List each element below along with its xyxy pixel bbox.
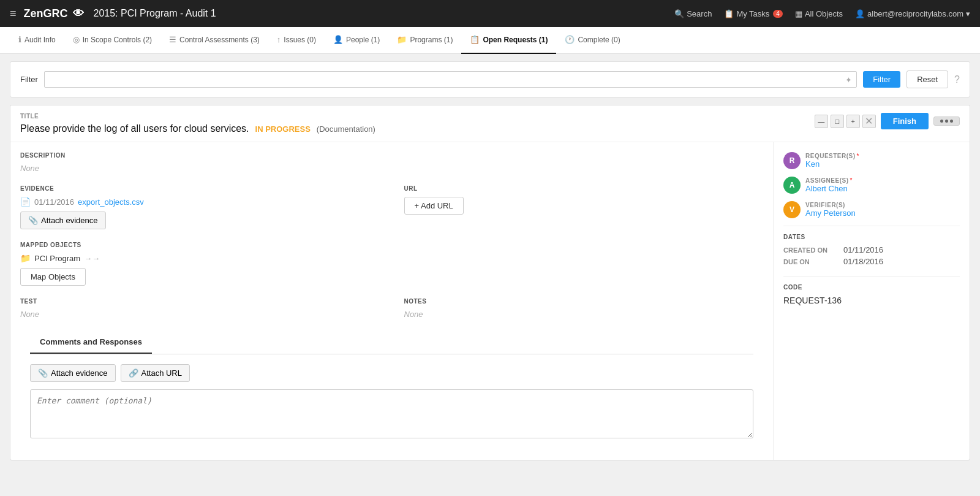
created-on-value: 01/11/2016 [843,245,883,254]
assignee-value[interactable]: Albert Chen [805,184,852,193]
notes-section: NOTES None [404,298,764,319]
programs-icon: 📁 [397,35,407,44]
assignee-avatar: A [783,177,801,194]
hamburger-icon[interactable]: ≡ [10,7,17,20]
tab-programs-label: Programs (1) [410,36,453,44]
tab-people-label: People (1) [346,36,380,44]
evidence-label: EVIDENCE [20,185,380,192]
card-body: DESCRIPTION None EVIDENCE 📄 01/11/2016 e… [10,142,970,460]
requester-row: R REQUESTER(S) * Ken [783,152,960,169]
tab-in-scope-controls[interactable]: ◎ In Scope Controls (2) [64,27,160,54]
chevron-down-icon: ▾ [966,9,970,18]
tab-control-assessments[interactable]: ☰ Control Assessments (3) [160,27,268,54]
comment-attach-url-button[interactable]: 🔗 Attach URL [121,364,190,382]
my-tasks-nav-item[interactable]: 📋 My Tasks 4 [724,9,783,18]
user-email: albert@reciprocitylabs.com [867,9,963,18]
complete-icon: 🕐 [565,35,575,44]
verifier-row: V VERIFIER(S) Amy Peterson [783,201,960,218]
close-button[interactable]: ✕ [862,115,876,128]
tabs-bar: ℹ Audit Info ◎ In Scope Controls (2) ☰ C… [0,27,980,54]
comment-input[interactable] [30,389,753,438]
dates-label: DATES [783,234,960,240]
tab-issues[interactable]: ↑ Issues (0) [268,27,325,54]
comment-paperclip-icon: 📎 [38,368,48,378]
more-options-button[interactable] [933,116,960,126]
doc-type: (Documentation) [317,124,375,134]
dot1 [940,120,943,123]
verifier-value[interactable]: Amy Peterson [805,208,856,218]
filter-input-wrap: ✦ [44,71,857,88]
filter-button[interactable]: Filter [863,71,900,88]
code-section: CODE REQUEST-136 [783,284,960,305]
comments-tab[interactable]: Comments and Responses [30,331,152,354]
file-link[interactable]: export_objects.csv [78,197,144,207]
due-on-value: 01/18/2016 [843,257,883,266]
tab-programs[interactable]: 📁 Programs (1) [388,27,461,54]
title-label: TITLE [20,113,815,120]
top-nav-right: 🔍 Search 📋 My Tasks 4 ▦ All Objects 👤 al… [674,9,970,18]
tab-in-scope-controls-label: In Scope Controls (2) [83,36,152,44]
brand-name: ZenGRC [24,7,68,20]
filter-help-icon[interactable]: ? [954,74,960,85]
reset-button[interactable]: Reset [907,71,948,88]
map-objects-button[interactable]: Map Objects [20,268,86,286]
requester-value[interactable]: Ken [805,159,859,169]
minimize-button[interactable]: — [815,115,828,128]
add-url-button[interactable]: + Add URL [404,197,464,215]
comment-attach-evidence-label: Attach evidence [51,368,108,378]
all-objects-nav-item[interactable]: ▦ All Objects [795,9,843,18]
tab-audit-info[interactable]: ℹ Audit Info [10,27,64,54]
comment-attach-url-label: Attach URL [141,368,182,378]
code-label: CODE [783,284,960,291]
page-title: 2015: PCI Program - Audit 1 [94,8,216,19]
filter-label: Filter [20,75,38,84]
file-icon: 📄 [20,197,31,207]
restore-button[interactable]: □ [831,115,844,128]
evidence-item: 📄 01/11/2016 export_objects.csv [20,197,380,207]
sidebar-divider-1 [783,226,960,226]
created-on-row: CREATED ON 01/11/2016 [783,245,960,254]
eye-icon: 👁 [73,7,84,20]
search-nav-item[interactable]: 🔍 Search [674,9,712,18]
dot2 [945,120,948,123]
filter-input[interactable] [44,71,857,88]
mapped-objects-label: MAPPED OBJECTS [20,242,763,248]
search-icon: 🔍 [674,9,684,18]
attach-evidence-button[interactable]: 📎 Attach evidence [20,212,106,229]
arrow-icon: →→ [84,254,100,263]
request-card: TITLE Please provide the log of all user… [10,105,970,460]
audit-info-icon: ℹ [18,35,21,44]
expand-button[interactable]: + [846,115,860,128]
tab-control-assessments-label: Control Assessments (3) [179,36,260,44]
evidence-section: EVIDENCE 📄 01/11/2016 export_objects.csv… [20,185,380,229]
user-menu[interactable]: 👤 albert@reciprocitylabs.com ▾ [855,9,970,18]
status-badge: IN PROGRESS [255,124,311,134]
mapped-object-name: PCI Program [34,254,80,263]
requester-required: * [857,153,859,159]
card-title: Please provide the log of all users for … [20,123,249,134]
verifier-avatar: V [783,201,801,218]
folder-icon: 📁 [20,253,31,263]
all-objects-label: All Objects [805,9,843,18]
sidebar-divider-2 [783,276,960,277]
card-title-text: Please provide the log of all users for … [20,123,815,134]
tab-open-requests[interactable]: 📋 Open Requests (1) [461,27,556,54]
description-value: None [20,164,763,173]
brand-logo: ZenGRC 👁 [24,7,84,20]
description-section: DESCRIPTION None [20,152,763,173]
notes-label: NOTES [404,298,764,305]
card-sidebar: R REQUESTER(S) * Ken A ASSIGNEE(S) * [774,142,970,460]
dates-section: DATES CREATED ON 01/11/2016 DUE ON 01/18… [783,234,960,266]
tab-issues-label: Issues (0) [284,36,316,44]
due-on-label: DUE ON [783,258,839,265]
all-objects-icon: ▦ [795,9,802,18]
finish-button[interactable]: Finish [881,113,929,129]
test-value: None [20,310,380,319]
url-label: URL [404,185,764,192]
tasks-badge: 4 [773,10,783,18]
filter-bar: Filter ✦ Filter Reset ? [10,61,970,97]
comment-attach-evidence-button[interactable]: 📎 Attach evidence [30,364,116,382]
user-icon: 👤 [855,9,865,18]
tab-complete[interactable]: 🕐 Complete (0) [556,27,628,54]
tab-people[interactable]: 👤 People (1) [325,27,388,54]
